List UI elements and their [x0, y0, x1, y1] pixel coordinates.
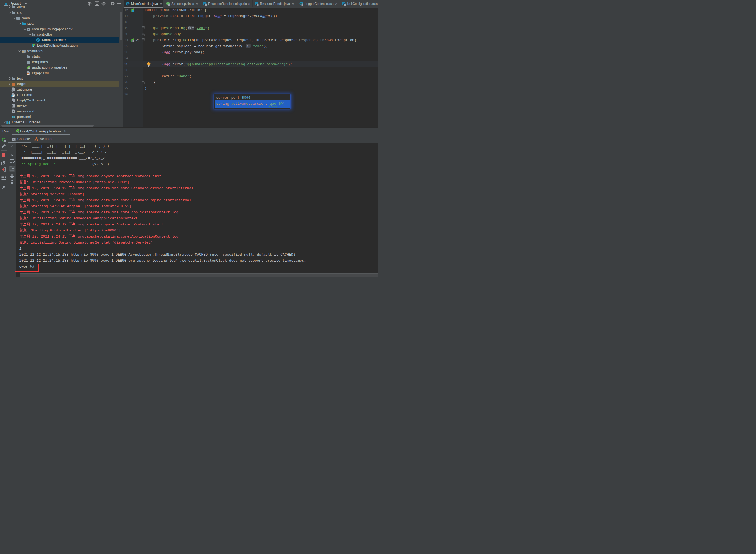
svg-text:s:: s:: [246, 44, 250, 48]
svg-text:m: m: [12, 115, 15, 119]
svg-text:MD: MD: [11, 95, 14, 97]
svg-text:<>: <>: [27, 73, 29, 75]
